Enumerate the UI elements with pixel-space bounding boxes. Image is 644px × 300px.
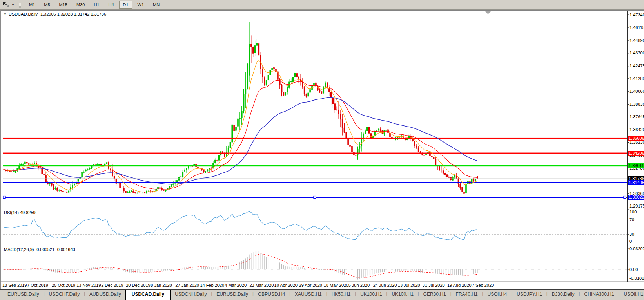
time-axis-label: 7 Sep 2020 bbox=[472, 283, 494, 287]
macd-indicator-label: MACD(12,26,9) -0.000521 -0.001643 bbox=[4, 247, 75, 252]
chart-ohlc-label: 1.32006 1.32023 1.31742 1.31786 bbox=[40, 12, 106, 16]
tab-usoil-h4[interactable]: USOil,H4 bbox=[483, 290, 511, 299]
horizontal-line-1.33011[interactable] bbox=[3, 165, 627, 166]
tab-usdcad-daily[interactable]: USDCAD,Daily bbox=[125, 290, 171, 300]
time-axis-label: 5 Jun 2020 bbox=[348, 283, 370, 287]
tab-usdchf-daily[interactable]: USDCHF,Daily bbox=[45, 290, 84, 299]
chart-canvas[interactable] bbox=[0, 0, 644, 289]
tab-fra40-h1[interactable]: FRA40,H1 bbox=[452, 290, 482, 299]
price-axis-tick-label: 1.47340 bbox=[629, 13, 644, 18]
price-tag-1.30022: 1.30022 bbox=[628, 195, 644, 200]
rsi-axis-tick-label: 0 bbox=[629, 239, 632, 244]
line-handle-0[interactable] bbox=[3, 196, 5, 199]
price-tag-1.31405: 1.31405 bbox=[628, 180, 644, 185]
chart-shift-marker-icon[interactable] bbox=[485, 11, 491, 14]
tab-usoil-h1[interactable]: USOil,H1 bbox=[619, 290, 644, 299]
rsi-axis-tick-label: 30 bbox=[629, 232, 634, 237]
price-axis-tick-label: 1.43700 bbox=[629, 51, 644, 56]
price-axis-tick-label: 1.37645 bbox=[629, 114, 644, 119]
tab-uk100-h1[interactable]: UK100,H1 bbox=[356, 290, 386, 299]
time-axis-label: 29 Apr 2020 bbox=[299, 283, 322, 287]
price-axis-tick-label: 1.42475 bbox=[629, 63, 644, 69]
tab-dj30-daily[interactable]: DJ30,Daily bbox=[548, 290, 579, 299]
price-axis-tick-label: 1.44890 bbox=[629, 38, 644, 43]
horizontal-line-1.35606[interactable] bbox=[3, 138, 627, 139]
tab-ger30-h1[interactable]: GER30,H1 bbox=[419, 290, 450, 299]
rsi-line bbox=[4, 211, 477, 240]
time-axis-label: 4 Mar 2020 bbox=[225, 283, 247, 287]
tab-eurusd-daily[interactable]: EURUSD,Daily bbox=[3, 290, 44, 299]
collapse-arrow-icon[interactable]: ▼ bbox=[4, 13, 7, 16]
price-tag-1.34206: 1.34206 bbox=[628, 151, 644, 156]
horizontal-line-1.34206[interactable] bbox=[3, 153, 627, 154]
horizontal-line-1.31405[interactable] bbox=[3, 182, 627, 183]
price-axis-tick-label: 1.40060 bbox=[629, 89, 644, 94]
ma-line-slow bbox=[4, 97, 477, 184]
time-axis-label: 18 May 2020 bbox=[324, 283, 349, 287]
candlestick-series bbox=[4, 22, 478, 195]
price-tag-1.35606: 1.35606 bbox=[628, 136, 644, 141]
time-axis-label: 13 Nov 2019 bbox=[76, 283, 101, 287]
tab-usdcnh-daily[interactable]: USDCNH,Daily bbox=[171, 290, 211, 299]
price-axis-tick-label: 1.29175 bbox=[629, 204, 644, 209]
price-tag-1.33011: 1.33011 bbox=[628, 163, 644, 168]
chart-title: ▼ USDCAD,Daily 1.32006 1.32023 1.31742 1… bbox=[4, 12, 106, 16]
chart-symbol-label: USDCAD,Daily bbox=[9, 12, 38, 16]
tab-gbpusd-h4[interactable]: GBPUSD,H4 bbox=[254, 290, 289, 299]
tab-xauusd-h1[interactable]: XAUUSD,H1 bbox=[290, 290, 326, 299]
macd-histogram bbox=[4, 251, 477, 280]
price-axis-tick-label: 1.36420 bbox=[629, 127, 644, 132]
line-handle-1[interactable] bbox=[314, 196, 316, 199]
time-axis-label: 14 Feb 2020 bbox=[200, 283, 224, 287]
chart-tab-bar: EURUSD,Daily|USDCHF,Daily|AUDUSD,DailyUS… bbox=[0, 289, 644, 300]
time-axis-label: 10 Apr 2020 bbox=[274, 283, 298, 287]
time-axis-label: 20 Dec 2019 bbox=[126, 283, 150, 287]
time-axis-label: 13 Jul 2020 bbox=[398, 283, 420, 287]
line-handle-2[interactable] bbox=[624, 196, 626, 199]
tab-china300-h1[interactable]: CHINA300,H1 bbox=[580, 290, 619, 299]
time-axis-label: 19 Aug 2020 bbox=[447, 283, 472, 287]
time-axis-label: 8 Jan 2020 bbox=[151, 283, 172, 287]
rsi-axis-tick-label: 100 bbox=[629, 210, 637, 215]
ma-line-mid bbox=[4, 80, 477, 189]
time-axis-label: 7 Oct 2019 bbox=[27, 283, 48, 287]
tab-uk100-h1[interactable]: UK100,H1 bbox=[387, 290, 417, 299]
time-axis-label: 2 Dec 2019 bbox=[101, 283, 123, 287]
macd-axis-tick-label: 0.00 bbox=[629, 267, 638, 272]
price-axis-tick-label: 1.38835 bbox=[629, 102, 644, 107]
price-axis-tick-label: 1.46115 bbox=[629, 25, 644, 30]
time-axis-label: 23 Mar 2020 bbox=[250, 283, 274, 287]
rsi-indicator-label: RSI(14) 49.8259 bbox=[4, 210, 36, 215]
macd-axis-tick-label: 0.032972 bbox=[629, 246, 644, 251]
tab-audusd-daily[interactable]: AUDUSD,Daily bbox=[85, 290, 125, 299]
tab-usdjpy-h1[interactable]: USDJPY,H1 bbox=[512, 290, 546, 299]
time-axis-label: 24 Jun 2020 bbox=[373, 283, 397, 287]
rsi-axis-tick-label: 70 bbox=[629, 217, 634, 222]
time-axis-label: 18 Sep 2019 bbox=[2, 283, 27, 287]
time-axis-label: 27 Jan 2020 bbox=[175, 283, 199, 287]
time-axis-label: 31 Jul 2020 bbox=[423, 283, 445, 287]
macd-signal-line bbox=[4, 254, 477, 278]
macd-axis-tick-label: -0.018154 bbox=[629, 276, 644, 281]
time-axis-label: 25 Oct 2019 bbox=[52, 283, 75, 287]
price-axis-tick-label: 1.41285 bbox=[629, 76, 644, 81]
tab-hk50-h1[interactable]: HK50,H1 bbox=[327, 290, 355, 299]
tab-eurusd-daily[interactable]: EURUSD,Daily bbox=[212, 290, 252, 299]
